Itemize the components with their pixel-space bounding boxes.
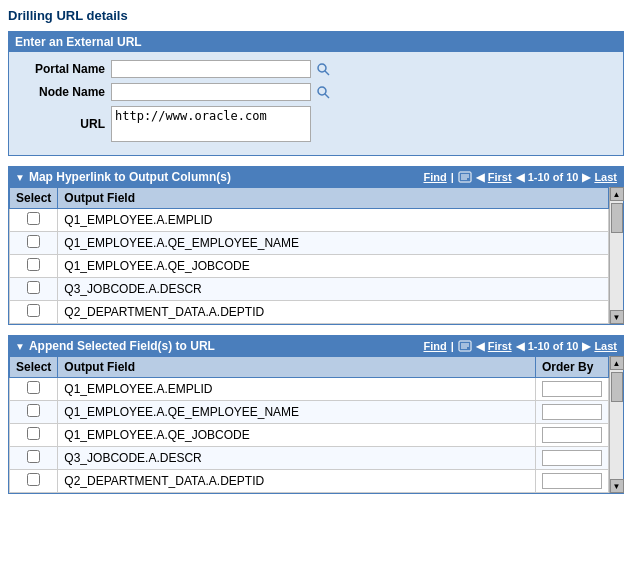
external-url-body: Portal Name Node Name bbox=[9, 52, 623, 155]
table-row: Q1_EMPLOYEE.A.EMPLID bbox=[10, 378, 609, 401]
map-hyperlink-pipe: | bbox=[451, 171, 454, 183]
append-fields-first-arrow[interactable]: ◀ bbox=[476, 340, 484, 353]
append-orderby-input-1[interactable] bbox=[542, 404, 602, 420]
svg-line-1 bbox=[325, 71, 329, 75]
map-checkbox-1[interactable] bbox=[27, 235, 40, 248]
append-select-cell-2 bbox=[10, 424, 58, 447]
table-row: Q3_JOBCODE.A.DESCR bbox=[10, 278, 609, 301]
map-hyperlink-col-field: Output Field bbox=[58, 188, 609, 209]
map-hyperlink-table: Select Output Field Q1_EMPLOYEE.A.EMPLID… bbox=[9, 187, 609, 324]
append-select-cell-0 bbox=[10, 378, 58, 401]
map-hyperlink-export-icon[interactable] bbox=[458, 171, 472, 183]
append-orderby-input-2[interactable] bbox=[542, 427, 602, 443]
append-fields-next-arrow[interactable]: ▶ bbox=[582, 340, 590, 353]
url-label: URL bbox=[21, 117, 111, 131]
table-row: Q1_EMPLOYEE.A.EMPLID bbox=[10, 209, 609, 232]
svg-point-2 bbox=[318, 87, 326, 95]
node-name-input[interactable] bbox=[111, 83, 311, 101]
append-fields-page-info: 1-10 of 10 bbox=[528, 340, 579, 352]
append-fields-scroll-thumb[interactable] bbox=[611, 372, 623, 402]
svg-point-0 bbox=[318, 64, 326, 72]
append-fields-table-inner: Select Output Field Order By Q1_EMPLOYEE… bbox=[9, 356, 609, 493]
append-checkbox-1[interactable] bbox=[27, 404, 40, 417]
map-hyperlink-header-right: Find | ◀ First ◀ 1-10 of 10 ▶ Last bbox=[423, 171, 617, 184]
map-hyperlink-last-label[interactable]: Last bbox=[594, 171, 617, 183]
map-hyperlink-prev-arrow[interactable]: ◀ bbox=[516, 171, 524, 184]
map-hyperlink-scrollbar[interactable]: ▲ ▼ bbox=[609, 187, 623, 324]
append-fields-scroll-down[interactable]: ▼ bbox=[610, 479, 624, 493]
table-row: Q1_EMPLOYEE.A.QE_EMPLOYEE_NAME bbox=[10, 401, 609, 424]
append-fields-section: ▼ Append Selected Field(s) to URL Find |… bbox=[8, 335, 624, 494]
append-fields-prev-arrow[interactable]: ◀ bbox=[516, 340, 524, 353]
append-fields-header-right: Find | ◀ First ◀ 1-10 of 10 ▶ Last bbox=[423, 340, 617, 353]
portal-name-search-icon[interactable] bbox=[315, 61, 331, 77]
append-orderby-cell-0 bbox=[536, 378, 609, 401]
append-field-cell-2: Q1_EMPLOYEE.A.QE_JOBCODE bbox=[58, 424, 536, 447]
map-hyperlink-scroll-down[interactable]: ▼ bbox=[610, 310, 624, 324]
map-select-cell-1 bbox=[10, 232, 58, 255]
append-field-cell-1: Q1_EMPLOYEE.A.QE_EMPLOYEE_NAME bbox=[58, 401, 536, 424]
map-field-cell-2: Q1_EMPLOYEE.A.QE_JOBCODE bbox=[58, 255, 609, 278]
append-field-cell-0: Q1_EMPLOYEE.A.EMPLID bbox=[58, 378, 536, 401]
map-checkbox-0[interactable] bbox=[27, 212, 40, 225]
page-title: Drilling URL details bbox=[8, 8, 624, 23]
map-hyperlink-section: ▼ Map Hyperlink to Output Column(s) Find… bbox=[8, 166, 624, 325]
external-url-header: Enter an External URL bbox=[9, 32, 623, 52]
append-fields-scroll-up[interactable]: ▲ bbox=[610, 356, 624, 370]
map-hyperlink-table-wrap: Select Output Field Q1_EMPLOYEE.A.EMPLID… bbox=[9, 187, 623, 324]
append-fields-first-label[interactable]: First bbox=[488, 340, 512, 352]
append-checkbox-0[interactable] bbox=[27, 381, 40, 394]
map-select-cell-2 bbox=[10, 255, 58, 278]
map-hyperlink-first-label[interactable]: First bbox=[488, 171, 512, 183]
map-select-cell-3 bbox=[10, 278, 58, 301]
map-hyperlink-next-arrow[interactable]: ▶ bbox=[582, 171, 590, 184]
append-fields-header-left: ▼ Append Selected Field(s) to URL bbox=[15, 339, 215, 353]
append-fields-pipe: | bbox=[451, 340, 454, 352]
map-hyperlink-scroll-up[interactable]: ▲ bbox=[610, 187, 624, 201]
append-fields-export-icon[interactable] bbox=[458, 340, 472, 352]
portal-name-input-wrap bbox=[111, 60, 331, 78]
append-orderby-cell-1 bbox=[536, 401, 609, 424]
page-container: Drilling URL details Enter an External U… bbox=[0, 0, 632, 512]
external-url-section: Enter an External URL Portal Name N bbox=[8, 31, 624, 156]
map-hyperlink-scroll-thumb[interactable] bbox=[611, 203, 623, 233]
append-orderby-input-0[interactable] bbox=[542, 381, 602, 397]
append-select-cell-1 bbox=[10, 401, 58, 424]
map-field-cell-3: Q3_JOBCODE.A.DESCR bbox=[58, 278, 609, 301]
table-row: Q3_JOBCODE.A.DESCR bbox=[10, 447, 609, 470]
map-hyperlink-header: ▼ Map Hyperlink to Output Column(s) Find… bbox=[9, 167, 623, 187]
portal-name-input[interactable] bbox=[111, 60, 311, 78]
map-hyperlink-first-arrow[interactable]: ◀ bbox=[476, 171, 484, 184]
append-checkbox-4[interactable] bbox=[27, 473, 40, 486]
append-fields-table-wrap: Select Output Field Order By Q1_EMPLOYEE… bbox=[9, 356, 623, 493]
append-orderby-input-3[interactable] bbox=[542, 450, 602, 466]
append-select-cell-3 bbox=[10, 447, 58, 470]
append-fields-last-label[interactable]: Last bbox=[594, 340, 617, 352]
map-hyperlink-col-select: Select bbox=[10, 188, 58, 209]
append-fields-header: ▼ Append Selected Field(s) to URL Find |… bbox=[9, 336, 623, 356]
append-checkbox-2[interactable] bbox=[27, 427, 40, 440]
table-row: Q1_EMPLOYEE.A.QE_JOBCODE bbox=[10, 255, 609, 278]
map-checkbox-3[interactable] bbox=[27, 281, 40, 294]
node-name-label: Node Name bbox=[21, 85, 111, 99]
append-fields-scrollbar[interactable]: ▲ ▼ bbox=[609, 356, 623, 493]
append-orderby-input-4[interactable] bbox=[542, 473, 602, 489]
node-name-search-icon[interactable] bbox=[315, 84, 331, 100]
url-textarea[interactable] bbox=[111, 106, 311, 142]
append-field-cell-3: Q3_JOBCODE.A.DESCR bbox=[58, 447, 536, 470]
append-col-select: Select bbox=[10, 357, 58, 378]
map-hyperlink-header-left: ▼ Map Hyperlink to Output Column(s) bbox=[15, 170, 231, 184]
map-field-cell-0: Q1_EMPLOYEE.A.EMPLID bbox=[58, 209, 609, 232]
map-checkbox-4[interactable] bbox=[27, 304, 40, 317]
append-checkbox-3[interactable] bbox=[27, 450, 40, 463]
map-select-cell-0 bbox=[10, 209, 58, 232]
table-row: Q1_EMPLOYEE.A.QE_EMPLOYEE_NAME bbox=[10, 232, 609, 255]
map-select-cell-4 bbox=[10, 301, 58, 324]
map-hyperlink-find-link[interactable]: Find bbox=[423, 171, 446, 183]
map-checkbox-2[interactable] bbox=[27, 258, 40, 271]
append-fields-find-link[interactable]: Find bbox=[423, 340, 446, 352]
map-field-cell-1: Q1_EMPLOYEE.A.QE_EMPLOYEE_NAME bbox=[58, 232, 609, 255]
append-fields-triangle-icon: ▼ bbox=[15, 341, 25, 352]
table-row: Q2_DEPARTMENT_DATA.A.DEPTID bbox=[10, 470, 609, 493]
portal-name-label: Portal Name bbox=[21, 62, 111, 76]
